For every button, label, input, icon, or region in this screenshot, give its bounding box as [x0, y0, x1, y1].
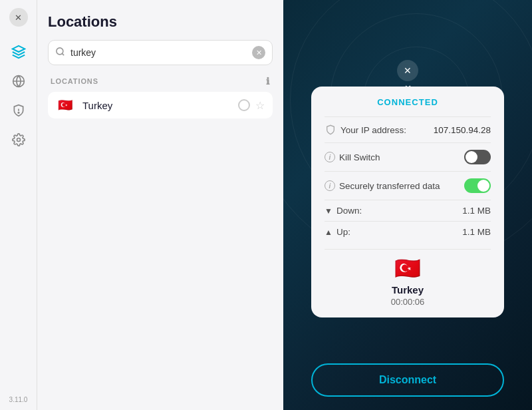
- svg-line-5: [62, 53, 64, 55]
- section-label: LOCATIONS: [51, 77, 98, 85]
- sidebar-icon-settings[interactable]: [7, 128, 31, 152]
- disconnect-button[interactable]: Disconnect: [311, 363, 504, 397]
- down-arrow-icon: ▼: [325, 206, 332, 216]
- ip-row: Your IP address: 107.150.94.28: [325, 116, 491, 142]
- svg-point-3: [17, 138, 20, 142]
- down-label: Down:: [336, 206, 362, 216]
- status-card: ✕ ⌄ CONNECTED Your IP address: 107.150.9…: [311, 87, 504, 317]
- secure-transfer-toggle[interactable]: [464, 178, 491, 193]
- turkey-flag: 🇹🇷: [56, 99, 74, 112]
- turkey-name: Turkey: [82, 100, 238, 111]
- country-name: Turkey: [392, 284, 424, 296]
- country-section: 🇹🇷 Turkey 00:00:06: [325, 249, 491, 307]
- sidebar-icon-shield[interactable]: [7, 99, 31, 122]
- sidebar-icon-logo[interactable]: [7, 40, 31, 64]
- up-value: 1.1 MB: [462, 227, 491, 237]
- ip-value: 107.150.94.28: [434, 125, 491, 135]
- location-item-turkey[interactable]: 🇹🇷 Turkey ☆: [48, 92, 273, 118]
- search-bar[interactable]: ✕: [48, 40, 273, 65]
- close-button[interactable]: ✕: [9, 8, 28, 27]
- vpn-panel: ✕ ⌄ CONNECTED Your IP address: 107.150.9…: [283, 0, 532, 410]
- kill-switch-row: i Kill Switch: [325, 142, 491, 171]
- connected-label: CONNECTED: [325, 97, 491, 107]
- kill-switch-info-icon[interactable]: i: [325, 152, 335, 162]
- down-value: 1.1 MB: [462, 206, 491, 216]
- chevron-down-icon: ⌄: [403, 77, 413, 92]
- section-info-icon[interactable]: ℹ: [266, 76, 270, 87]
- connection-time: 00:00:06: [391, 297, 425, 307]
- kill-switch-toggle[interactable]: [464, 150, 491, 164]
- kill-switch-label: Kill Switch: [339, 152, 380, 162]
- ip-label: Your IP address:: [340, 125, 406, 135]
- ip-icon: [325, 124, 336, 136]
- search-clear-button[interactable]: ✕: [252, 46, 265, 59]
- locations-panel: Locations ✕ LOCATIONS ℹ 🇹🇷 Turkey ☆: [37, 0, 283, 410]
- svg-point-2: [18, 112, 19, 114]
- locations-section-header: LOCATIONS ℹ: [48, 76, 273, 87]
- sidebar-narrow: ✕ 3.11.0: [0, 0, 37, 410]
- turkey-star[interactable]: ☆: [255, 99, 265, 112]
- secure-transfer-label: Securely transferred data: [339, 181, 440, 191]
- locations-title: Locations: [48, 13, 273, 31]
- sidebar-icon-globe[interactable]: [7, 69, 31, 93]
- up-arrow-icon: ▲: [325, 228, 332, 237]
- search-icon: [55, 47, 65, 59]
- country-flag-big: 🇹🇷: [392, 256, 424, 280]
- svg-point-4: [57, 48, 63, 55]
- search-input[interactable]: [70, 47, 252, 58]
- up-label: Up:: [336, 227, 350, 237]
- secure-transfer-info-icon[interactable]: i: [325, 180, 335, 191]
- up-row: ▲ Up: 1.1 MB: [325, 221, 491, 242]
- secure-transfer-row: i Securely transferred data: [325, 171, 491, 200]
- down-row: ▼ Down: 1.1 MB: [325, 200, 491, 221]
- version-label: 3.11.0: [9, 396, 28, 403]
- turkey-radio[interactable]: [238, 99, 250, 111]
